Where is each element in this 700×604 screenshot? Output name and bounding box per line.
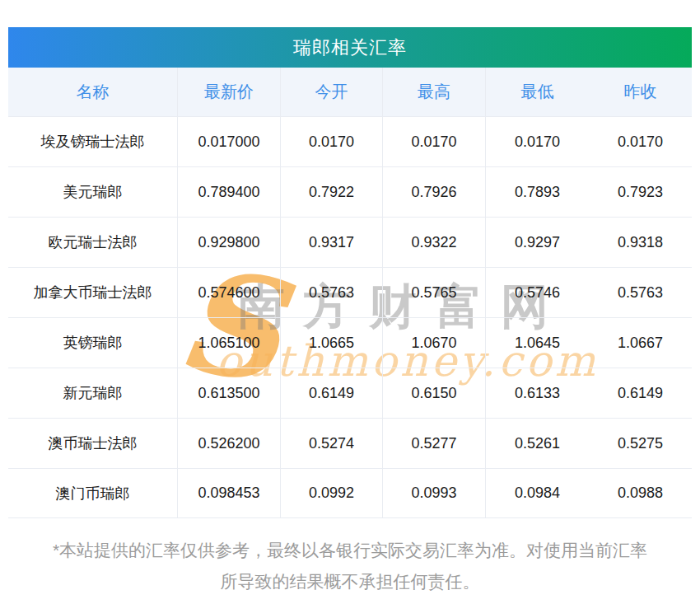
cell-name: 美元瑞郎 [8, 167, 178, 217]
table-row: 美元瑞郎 0.789400 0.7922 0.7926 0.7893 0.792… [8, 166, 692, 217]
cell-open: 0.0992 [281, 469, 383, 517]
cell-high: 0.5765 [383, 268, 486, 317]
table-row: 澳币瑞士法郎 0.526200 0.5274 0.5277 0.5261 0.5… [8, 418, 692, 468]
cell-prev-close: 0.9318 [589, 218, 692, 267]
cell-prev-close: 0.0988 [589, 469, 692, 517]
page: 瑞郎相关汇率 S 南方财富网 outhmoney.com 名称 最新价 今开 最… [0, 0, 700, 604]
cell-open: 0.7922 [281, 167, 383, 217]
table-row: 英镑瑞郎 1.065100 1.0665 1.0670 1.0645 1.066… [8, 317, 692, 368]
exchange-rate-table: S 南方财富网 outhmoney.com 名称 最新价 今开 最高 最低 昨收… [8, 68, 692, 518]
cell-latest: 0.526200 [178, 419, 281, 468]
cell-low: 0.0984 [486, 469, 589, 517]
cell-low: 0.6133 [486, 368, 589, 418]
column-header-low: 最低 [486, 68, 589, 116]
cell-prev-close: 0.0170 [589, 117, 692, 166]
disclaimer-text: *本站提供的汇率仅供参考，最终以各银行实际交易汇率为准。对使用当前汇率 所导致的… [4, 535, 696, 597]
cell-prev-close: 0.6149 [589, 368, 692, 418]
cell-high: 0.9322 [383, 218, 486, 267]
cell-name: 澳门币瑞郎 [8, 469, 178, 517]
disclaimer-line-1: *本站提供的汇率仅供参考，最终以各银行实际交易汇率为准。对使用当前汇率 [4, 535, 696, 566]
cell-latest: 0.929800 [178, 218, 281, 267]
table-row: 新元瑞郎 0.613500 0.6149 0.6150 0.6133 0.614… [8, 368, 692, 418]
cell-high: 0.7926 [383, 167, 486, 217]
table-row: 澳门币瑞郎 0.098453 0.0992 0.0993 0.0984 0.09… [8, 468, 692, 518]
cell-prev-close: 0.5763 [589, 268, 692, 317]
cell-open: 1.0665 [281, 318, 383, 368]
cell-name: 澳币瑞士法郎 [8, 419, 178, 468]
table-row: 加拿大币瑞士法郎 0.574600 0.5763 0.5765 0.5746 0… [8, 267, 692, 317]
cell-low: 0.9297 [486, 218, 589, 267]
cell-name: 加拿大币瑞士法郎 [8, 268, 178, 317]
panel-title-bar: 瑞郎相关汇率 [8, 27, 692, 68]
cell-latest: 0.098453 [178, 469, 281, 517]
cell-latest: 0.789400 [178, 167, 281, 217]
cell-low: 1.0645 [486, 318, 589, 368]
cell-high: 0.0993 [383, 469, 486, 517]
cell-high: 0.0170 [383, 117, 486, 166]
column-header-high: 最高 [383, 68, 486, 116]
cell-open: 0.5763 [281, 268, 383, 317]
cell-latest: 0.613500 [178, 368, 281, 418]
cell-latest: 0.574600 [178, 268, 281, 317]
cell-latest: 0.017000 [178, 117, 281, 166]
cell-latest: 1.065100 [178, 318, 281, 368]
cell-high: 0.6150 [383, 368, 486, 418]
cell-name: 欧元瑞士法郎 [8, 218, 178, 267]
cell-high: 1.0670 [383, 318, 486, 368]
cell-prev-close: 0.7923 [589, 167, 692, 217]
cell-low: 0.7893 [486, 167, 589, 217]
cell-low: 0.5746 [486, 268, 589, 317]
cell-open: 0.0170 [281, 117, 383, 166]
table-row: 欧元瑞士法郎 0.929800 0.9317 0.9322 0.9297 0.9… [8, 217, 692, 267]
column-header-prev-close: 昨收 [589, 68, 692, 116]
cell-open: 0.6149 [281, 368, 383, 418]
cell-name: 埃及镑瑞士法郎 [8, 117, 178, 166]
cell-name: 英镑瑞郎 [8, 318, 178, 368]
column-header-latest: 最新价 [178, 68, 281, 116]
cell-prev-close: 1.0667 [589, 318, 692, 368]
cell-prev-close: 0.5275 [589, 419, 692, 468]
table-header-row: 名称 最新价 今开 最高 最低 昨收 [8, 68, 692, 116]
column-header-open: 今开 [281, 68, 383, 116]
cell-name: 新元瑞郎 [8, 368, 178, 418]
cell-open: 0.9317 [281, 218, 383, 267]
cell-open: 0.5274 [281, 419, 383, 468]
disclaimer-line-2: 所导致的结果概不承担任何责任。 [4, 566, 696, 597]
panel-title: 瑞郎相关汇率 [293, 35, 407, 60]
table-row: 埃及镑瑞士法郎 0.017000 0.0170 0.0170 0.0170 0.… [8, 116, 692, 166]
cell-low: 0.0170 [486, 117, 589, 166]
column-header-name: 名称 [8, 68, 178, 116]
cell-low: 0.5261 [486, 419, 589, 468]
cell-high: 0.5277 [383, 419, 486, 468]
exchange-rate-panel: 瑞郎相关汇率 S 南方财富网 outhmoney.com 名称 最新价 今开 最… [8, 27, 692, 518]
